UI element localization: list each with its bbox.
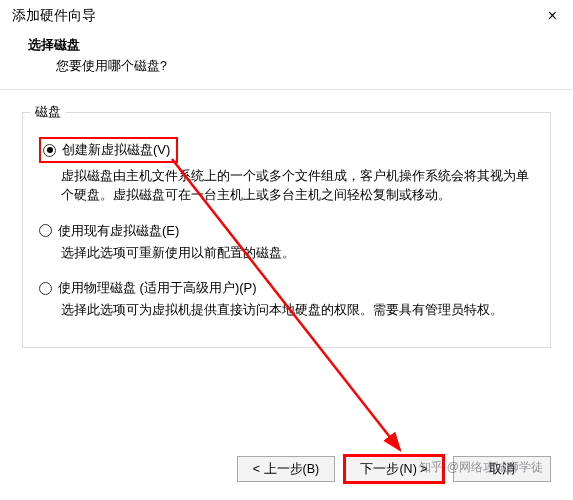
window-title: 添加硬件向导: [12, 7, 96, 25]
close-icon[interactable]: ×: [540, 6, 565, 26]
cancel-button[interactable]: 取消: [453, 456, 551, 482]
disk-groupbox: 磁盘 创建新虚拟磁盘(V) 虚拟磁盘由主机文件系统上的一个或多个文件组成，客户机…: [22, 112, 551, 348]
option-use-existing[interactable]: 使用现有虚拟磁盘(E) 选择此选项可重新使用以前配置的磁盘。: [39, 222, 536, 273]
option-create-new[interactable]: 创建新虚拟磁盘(V) 虚拟磁盘由主机文件系统上的一个或多个文件组成，客户机操作系…: [39, 137, 536, 216]
option-desc: 虚拟磁盘由主机文件系统上的一个或多个文件组成，客户机操作系统会将其视为单个硬盘。…: [39, 163, 536, 216]
option-desc: 选择此选项可为虚拟机提供直接访问本地硬盘的权限。需要具有管理员特权。: [39, 297, 536, 330]
radio-icon[interactable]: [43, 144, 56, 157]
option-physical-disk[interactable]: 使用物理磁盘 (适用于高级用户)(P) 选择此选项可为虚拟机提供直接访问本地硬盘…: [39, 279, 536, 330]
radio-icon[interactable]: [39, 224, 52, 237]
option-desc: 选择此选项可重新使用以前配置的磁盘。: [39, 240, 536, 273]
group-legend: 磁盘: [31, 104, 65, 121]
page-question: 您要使用哪个磁盘?: [28, 54, 549, 75]
next-button[interactable]: 下一步(N) >: [345, 456, 443, 482]
page-subtitle: 选择磁盘: [28, 36, 549, 54]
option-label: 创建新虚拟磁盘(V): [62, 141, 170, 159]
option-label: 使用现有虚拟磁盘(E): [58, 222, 179, 240]
radio-icon[interactable]: [39, 282, 52, 295]
back-button[interactable]: < 上一步(B): [237, 456, 335, 482]
option-label: 使用物理磁盘 (适用于高级用户)(P): [58, 279, 257, 297]
